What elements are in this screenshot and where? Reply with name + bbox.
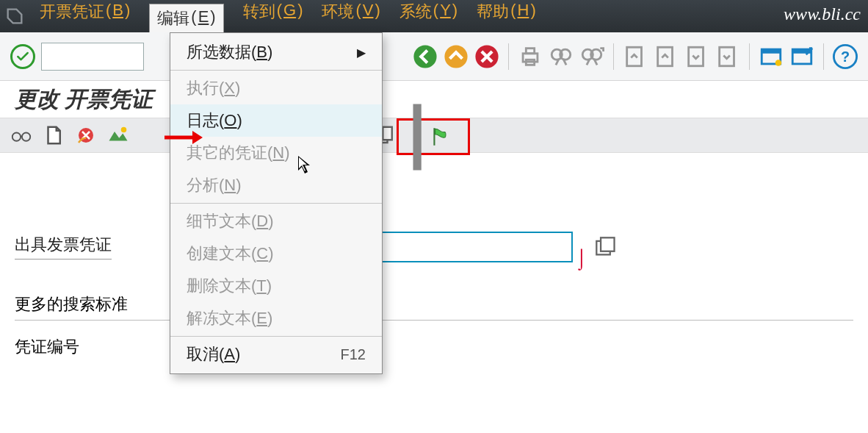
bracket-right-icon: ⌡ (573, 247, 590, 270)
menu-goto[interactable]: 转到(G) (243, 1, 303, 32)
svg-point-22 (22, 132, 30, 140)
dd-selected-data[interactable]: 所选数据(B) ▶ (170, 36, 382, 68)
multiple-selection-icon[interactable] (595, 236, 617, 258)
svg-rect-4 (526, 48, 534, 53)
dd-create-text[interactable]: 创建文本(C) (170, 237, 382, 270)
dd-execute[interactable]: 执行(X) (170, 72, 382, 104)
standard-toolbar: ? (0, 32, 868, 81)
last-page-icon[interactable] (715, 44, 740, 69)
menu-system[interactable]: 系统(Y) (399, 1, 457, 32)
dd-other-doc[interactable]: 其它的凭证(N) (170, 137, 382, 169)
release-flag-icon[interactable] (430, 126, 452, 148)
dd-separator (170, 70, 382, 71)
new-doc-icon[interactable] (43, 124, 65, 146)
menu-invoice-voucher[interactable]: 开票凭证(B) (40, 1, 130, 32)
release-flag-highlight (397, 118, 470, 155)
delete-icon[interactable] (75, 124, 97, 146)
dd-delete-text[interactable]: 删除文本(T) (170, 270, 382, 302)
up-icon[interactable] (444, 44, 469, 69)
more-criteria-label: 更多的搜索标准 (15, 293, 853, 321)
doc-number-label: 凭证编号 (15, 336, 79, 358)
toolbar-separator (508, 43, 509, 70)
next-page-icon[interactable] (684, 44, 709, 69)
print-icon[interactable] (518, 44, 543, 69)
layout-icon[interactable] (789, 44, 814, 69)
find-icon[interactable] (549, 44, 574, 69)
help-icon[interactable]: ? (833, 44, 858, 69)
dd-log[interactable]: 日志(O) (170, 104, 382, 137)
svg-point-0 (413, 45, 436, 68)
app-toolbar (0, 118, 868, 153)
svg-point-1 (444, 45, 467, 68)
svg-rect-11 (658, 47, 673, 66)
dd-detail-text[interactable]: 细节文本(D) (170, 205, 382, 237)
invoice-doc-label: 出具发票凭证 (15, 234, 112, 260)
edit-dropdown: 所选数据(B) ▶ 执行(X) 日志(O) 其它的凭证(N) 分析(N) 细节文… (170, 32, 383, 374)
toolbar-separator (823, 43, 824, 70)
dd-separator (170, 336, 382, 337)
sap-icon (4, 6, 25, 26)
prev-page-icon[interactable] (654, 44, 679, 69)
svg-rect-26 (383, 127, 392, 140)
page-title: 更改 开票凭证 (0, 81, 868, 118)
svg-rect-15 (762, 49, 781, 54)
menu-edit[interactable]: 编辑(E) (149, 4, 223, 32)
menubar: 开票凭证(B) 编辑(E) 转到(G) 环境(V) 系统(Y) 帮助(H) ww… (0, 0, 868, 32)
glasses-icon[interactable] (10, 124, 32, 146)
overview-icon[interactable] (107, 124, 129, 146)
svg-rect-30 (601, 237, 614, 251)
svg-rect-13 (720, 47, 734, 66)
svg-text:?: ? (841, 49, 850, 65)
menu-help[interactable]: 帮助(H) (477, 1, 536, 32)
svg-rect-10 (627, 47, 642, 66)
chevron-right-icon: ▶ (357, 46, 366, 60)
watermark: www.bli.cc (784, 4, 861, 24)
svg-rect-27 (413, 104, 422, 170)
svg-point-24 (121, 127, 127, 133)
divider-icon (408, 126, 430, 148)
dd-separator (170, 203, 382, 204)
first-page-icon[interactable] (623, 44, 648, 69)
find-next-icon[interactable] (579, 44, 604, 69)
command-field[interactable] (41, 43, 144, 71)
toolbar-separator (613, 43, 614, 70)
back-icon[interactable] (413, 44, 438, 69)
new-session-icon[interactable] (759, 44, 784, 69)
ok-icon[interactable] (10, 44, 35, 69)
content-area: 出具发票凭证 ⌐ ⌡ 更多的搜索标准 凭证编号 (0, 153, 868, 368)
toolbar-separator (749, 43, 750, 70)
dd-cancel[interactable]: 取消(A) F12 (170, 338, 382, 371)
dd-analyze[interactable]: 分析(N) (170, 169, 382, 201)
dd-unfreeze-text[interactable]: 解冻文本(E) (170, 302, 382, 334)
svg-point-16 (775, 60, 782, 66)
menu-environment[interactable]: 环境(V) (322, 1, 380, 32)
cancel-icon[interactable] (474, 44, 499, 69)
svg-rect-12 (689, 47, 704, 66)
svg-point-21 (12, 132, 21, 140)
